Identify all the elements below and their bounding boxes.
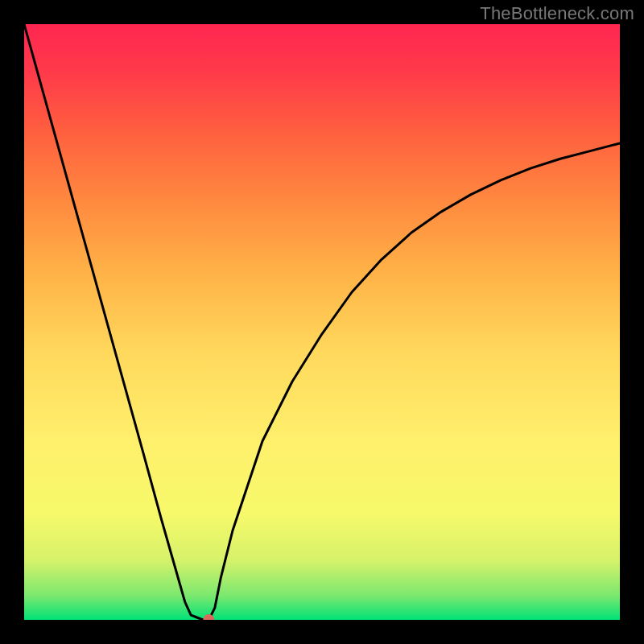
- optimum-marker: [203, 614, 214, 620]
- bottleneck-curve: [24, 24, 620, 620]
- watermark-label: TheBottleneck.com: [480, 3, 634, 24]
- curve-svg: [24, 24, 620, 620]
- chart-frame: TheBottleneck.com: [0, 0, 644, 644]
- plot-area: [24, 24, 620, 620]
